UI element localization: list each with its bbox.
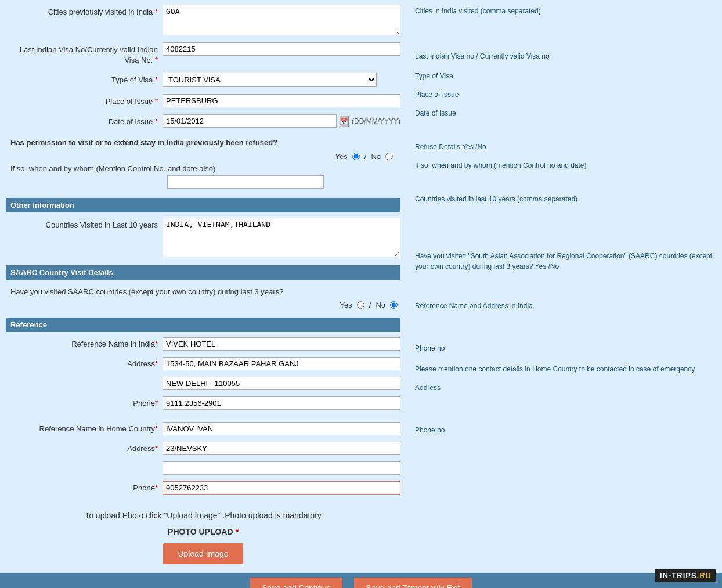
ref-india-label: Reference Name in India* — [6, 337, 163, 348]
cities-textarea[interactable]: GOA — [163, 5, 400, 35]
save-exit-button[interactable]: Save and Temporarily Exit — [354, 578, 471, 588]
permission-no-radio[interactable] — [385, 153, 393, 160]
main-container: Cities previously visited in India * GOA… — [0, 0, 722, 588]
ref-india-address-label: Address* — [6, 357, 163, 368]
phone-india-hint: Phone no — [415, 343, 713, 353]
place-of-issue-label: Place of Issue * — [6, 94, 163, 107]
ref-home-address1-row: Address* 23/NEVSKY — [6, 440, 400, 457]
ref-india-input[interactable]: VIVEK HOTEL — [163, 337, 400, 351]
saarc-yes-label: Yes — [340, 301, 352, 309]
ref-home-hint: Please mention one contact details in Ho… — [415, 364, 713, 374]
right-panel: Cities in India visited (comma separated… — [406, 0, 722, 573]
ref-home-address2-row — [6, 460, 400, 477]
ref-india-address1-row: Address* 1534-50, MAIN BAZAAR PAHAR GANJ — [6, 355, 400, 372]
saarc-radio-row: Yes / No — [6, 301, 400, 313]
saarc-header: SAARC Country Visit Details — [6, 265, 400, 280]
type-of-visa-hint: Type of Visa — [415, 71, 713, 81]
if-so-hint: If so, when and by whom (mention Control… — [415, 160, 713, 171]
ref-home-address2-input-area — [163, 461, 400, 475]
ref-india-row: Reference Name in India* VIVEK HOTEL — [6, 336, 400, 352]
cities-label: Cities previously visited in India * — [6, 5, 163, 17]
ref-india-address1-input-area: 1534-50, MAIN BAZAAR PAHAR GANJ — [163, 357, 400, 370]
ref-home-address1-input-area: 23/NEVSKY — [163, 442, 400, 455]
ref-home-phone-input[interactable]: 9052762233 — [163, 481, 400, 495]
ref-home-input[interactable]: IVANOV IVAN — [163, 422, 400, 435]
cities-input-area: GOA — [163, 5, 400, 35]
permission-radio-row: Yes / No — [10, 152, 396, 161]
ref-india-address2-row: NEW DELHI - 110055 — [6, 375, 400, 392]
date-format-hint: (DD/MM/YYYY) — [352, 117, 400, 125]
place-of-issue-row: Place of Issue * PETERSBURG — [6, 92, 400, 109]
ref-india-input-area: VIVEK HOTEL — [163, 337, 400, 351]
permission-question: Has permission to visit or to extend sta… — [10, 138, 396, 148]
date-of-issue-input[interactable] — [163, 114, 337, 128]
place-of-issue-hint: Place of Issue — [415, 89, 713, 100]
ref-india-phone-row: Phone* 9111 2356-2901 — [6, 395, 400, 412]
ref-india-hint: Reference Name and Address in India — [415, 301, 713, 311]
ref-home-input-area: IVANOV IVAN — [163, 422, 400, 435]
date-of-issue-input-area: 📅 (DD/MM/YYYY) — [163, 114, 400, 128]
saarc-question: Have you visited SAARC countries (except… — [6, 283, 400, 301]
save-continue-button[interactable]: Save and Continue — [250, 578, 342, 588]
ref-india-address2-spacer — [6, 377, 163, 379]
countries-visited-row: Countries Visited in Last 10 years INDIA… — [6, 216, 400, 261]
saarc-yes-radio[interactable] — [357, 301, 364, 309]
other-info-header: Other Information — [6, 198, 400, 212]
ref-home-address-label: Address* — [6, 442, 163, 453]
phone-home-hint: Phone no — [415, 425, 713, 435]
spacer — [6, 414, 400, 420]
saarc-hint: Have you visited "South Asian Associatio… — [415, 251, 713, 272]
date-of-issue-row: Date of Issue * 📅 (DD/MM/YYYY) — [6, 113, 400, 129]
calendar-icon[interactable]: 📅 — [340, 116, 349, 127]
visa-no-input-area: 4082215 — [163, 42, 400, 56]
type-of-visa-input-area: TOURIST VISA BUSINESS VISA STUDENT VISA — [163, 73, 400, 87]
place-of-issue-input-area: PETERSBURG — [163, 94, 400, 107]
countries-visited-input-area: INDIA, VIETNAM,THAILAND — [163, 218, 400, 259]
visa-no-label: Last Indian Visa No/Currently valid Indi… — [6, 42, 163, 66]
ref-home-label: Reference Name in Home Country* — [6, 422, 163, 433]
saarc-no-label: No — [376, 301, 385, 309]
upload-info-text: To upload Photo click "Upload Image" .Ph… — [12, 511, 395, 520]
ref-home-phone-row: Phone* 9052762233 — [6, 479, 400, 496]
ref-india-phone-input-area: 9111 2356-2901 — [163, 396, 400, 410]
visa-no-input[interactable]: 4082215 — [163, 42, 400, 56]
visa-no-row: Last Indian Visa No/Currently valid Indi… — [6, 41, 400, 67]
yes-label: Yes — [335, 152, 348, 161]
permission-yes-radio[interactable] — [352, 153, 360, 160]
type-of-visa-row: Type of Visa * TOURIST VISA BUSINESS VIS… — [6, 71, 400, 89]
type-of-visa-label: Type of Visa * — [6, 73, 163, 85]
ref-home-phone-label: Phone* — [6, 481, 163, 492]
type-of-visa-select[interactable]: TOURIST VISA BUSINESS VISA STUDENT VISA — [163, 73, 377, 87]
ref-india-address1-input[interactable]: 1534-50, MAIN BAZAAR PAHAR GANJ — [163, 357, 400, 370]
upload-image-button[interactable]: Upload Image — [163, 543, 243, 564]
if-so-label: If so, when and by whom (Mention Control… — [10, 164, 396, 173]
countries-visited-textarea[interactable]: INDIA, VIETNAM,THAILAND — [163, 218, 400, 257]
address-home-hint: Address — [415, 383, 713, 393]
photo-upload-label: PHOTO UPLOAD * — [12, 527, 395, 536]
ref-home-row: Reference Name in Home Country* IVANOV I… — [6, 420, 400, 437]
ref-india-phone-label: Phone* — [6, 396, 163, 407]
countries-hint: Countries visited in last 10 years (comm… — [415, 194, 713, 204]
saarc-slash: / — [369, 301, 371, 309]
ref-india-address2-input-area: NEW DELHI - 110055 — [163, 377, 400, 390]
if-so-input[interactable] — [167, 175, 324, 189]
ref-india-phone-input[interactable]: 9111 2356-2901 — [163, 396, 400, 410]
watermark-suffix: .RU — [697, 571, 712, 580]
visa-no-hint: Last Indian Visa no / Currently valid Vi… — [415, 51, 713, 62]
date-of-issue-hint: Date of Issue — [415, 108, 713, 118]
saarc-no-radio[interactable] — [390, 301, 398, 309]
no-label: No — [371, 152, 381, 161]
watermark-prefix: IN-TRIPS — [660, 571, 697, 580]
countries-visited-label: Countries Visited in Last 10 years — [6, 218, 163, 230]
ref-india-address2-input[interactable]: NEW DELHI - 110055 — [163, 377, 400, 390]
ref-home-address2-spacer — [6, 461, 163, 464]
date-of-issue-label: Date of Issue * — [6, 114, 163, 127]
ref-home-phone-input-area: 9052762233 — [163, 481, 400, 495]
upload-section: To upload Photo click "Upload Image" .Ph… — [6, 499, 400, 570]
ref-home-address1-input[interactable]: 23/NEVSKY — [163, 442, 400, 455]
place-of-issue-input[interactable]: PETERSBURG — [163, 94, 400, 107]
ref-home-address2-input[interactable] — [163, 461, 400, 475]
cities-hint: Cities in India visited (comma separated… — [415, 6, 713, 16]
left-panel: Cities previously visited in India * GOA… — [0, 0, 406, 573]
cities-row: Cities previously visited in India * GOA — [6, 3, 400, 37]
